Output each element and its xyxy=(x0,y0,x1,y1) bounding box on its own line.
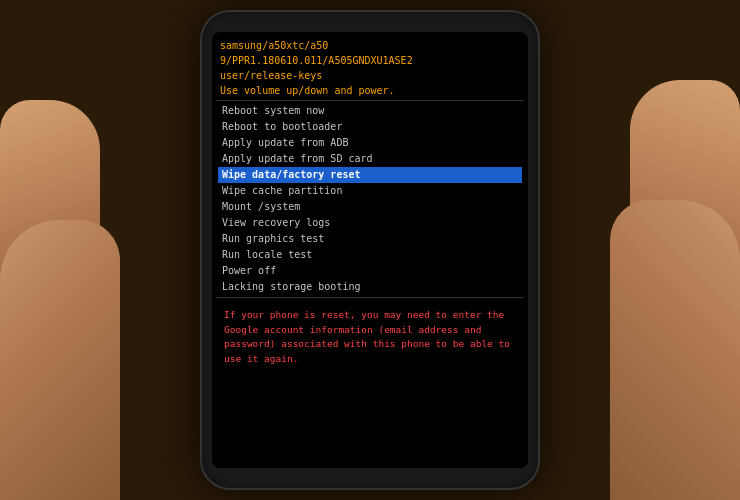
recovery-menu: Reboot system now Reboot to bootloader A… xyxy=(216,103,524,295)
menu-item-locale-test[interactable]: Run locale test xyxy=(218,247,522,263)
menu-item-wipe-data[interactable]: Wipe data/factory reset xyxy=(218,167,522,183)
menu-item-apply-sd[interactable]: Apply update from SD card xyxy=(218,151,522,167)
model-line2: 9/PPR1.180610.011/A505GNDXU1ASE2 xyxy=(220,53,520,68)
hand-left xyxy=(0,220,120,500)
menu-item-view-logs[interactable]: View recovery logs xyxy=(218,215,522,231)
model-line1: samsung/a50xtc/a50 xyxy=(220,38,520,53)
menu-item-wipe-cache[interactable]: Wipe cache partition xyxy=(218,183,522,199)
divider xyxy=(216,297,524,298)
screen: samsung/a50xtc/a50 9/PPR1.180610.011/A50… xyxy=(212,32,528,468)
scene: samsung/a50xtc/a50 9/PPR1.180610.011/A50… xyxy=(0,0,740,500)
menu-item-reboot-system[interactable]: Reboot system now xyxy=(218,103,522,119)
recovery-header: samsung/a50xtc/a50 9/PPR1.180610.011/A50… xyxy=(216,38,524,101)
hand-right xyxy=(610,200,740,500)
menu-item-apply-adb[interactable]: Apply update from ADB xyxy=(218,135,522,151)
menu-item-lacking-storage[interactable]: Lacking storage booting xyxy=(218,279,522,295)
menu-item-power-off[interactable]: Power off xyxy=(218,263,522,279)
warning-text: If your phone is reset, you may need to … xyxy=(216,304,524,371)
model-line3: user/release-keys xyxy=(220,68,520,83)
model-line4: Use volume up/down and power. xyxy=(220,83,520,98)
menu-item-mount-system[interactable]: Mount /system xyxy=(218,199,522,215)
menu-item-reboot-bootloader[interactable]: Reboot to bootloader xyxy=(218,119,522,135)
menu-item-graphics-test[interactable]: Run graphics test xyxy=(218,231,522,247)
phone: samsung/a50xtc/a50 9/PPR1.180610.011/A50… xyxy=(200,10,540,490)
